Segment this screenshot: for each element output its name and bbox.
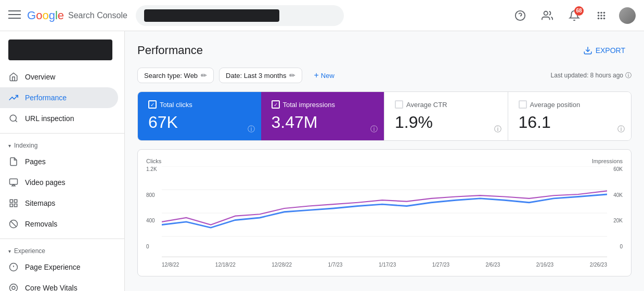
y-right-label-0: 60K — [613, 166, 623, 172]
sidebar-item-core-web-vitals[interactable]: Core Web Vitals — [0, 277, 118, 291]
x-label-8: 2/26/23 — [590, 262, 607, 268]
chart-labels-top: Clicks Impressions — [146, 158, 623, 164]
sidebar: Overview Performance URL inspection ▾ In… — [0, 31, 125, 291]
sidebar-item-overview[interactable]: Overview — [0, 67, 118, 87]
x-label-7: 2/16/23 — [536, 262, 553, 268]
svg-rect-21 — [15, 204, 17, 207]
svg-point-6 — [598, 11, 600, 14]
sidebar-section-indexing[interactable]: ▾ Indexing — [0, 138, 124, 151]
position-checkbox[interactable] — [519, 100, 527, 109]
export-button[interactable]: EXPORT — [577, 42, 632, 59]
sidebar-item-sitemaps[interactable]: Sitemaps — [0, 193, 118, 214]
x-label-5: 1/27/23 — [432, 262, 449, 268]
plus-icon: + — [314, 71, 318, 80]
y-left-label-1: 800 — [146, 192, 157, 198]
home-icon — [8, 72, 19, 82]
svg-rect-1 — [8, 14, 21, 15]
content-area: Performance EXPORT Search type: Web ✏ Da… — [125, 31, 644, 291]
svg-line-24 — [11, 221, 17, 227]
topbar: Google Search Console 68 — [0, 0, 644, 31]
search-input-value — [144, 9, 279, 22]
metric-label-clicks: Total clicks — [148, 100, 251, 109]
search-icon — [8, 113, 19, 124]
chart-x-labels: 12/8/22 12/18/22 12/28/22 1/7/23 1/17/23… — [146, 262, 623, 268]
svg-point-5 — [544, 11, 548, 15]
search-type-filter[interactable]: Search type: Web ✏ — [137, 68, 214, 83]
sidebar-item-url-inspection[interactable]: URL inspection — [0, 108, 118, 129]
sidebar-property[interactable] — [8, 39, 112, 60]
menu-icon[interactable] — [8, 8, 21, 22]
metric-card-average-position[interactable]: Average position 16.1 ⓘ — [508, 92, 632, 140]
date-filter[interactable]: Date: Last 3 months ✏ — [219, 68, 302, 83]
sidebar-item-video-pages[interactable]: Video pages — [0, 172, 118, 193]
chart-y-right: 60K 40K 20K 0 — [613, 166, 623, 249]
metric-label-impressions: Total impressions — [272, 100, 374, 109]
accounts-icon[interactable] — [538, 6, 557, 25]
notifications-badge: 68 — [574, 6, 584, 16]
svg-point-12 — [598, 17, 600, 19]
metric-label-position: Average position — [519, 100, 621, 109]
x-label-0: 12/8/22 — [162, 262, 179, 268]
svg-point-14 — [603, 17, 606, 19]
clicks-checkbox[interactable] — [148, 100, 157, 109]
main-layout: Overview Performance URL inspection ▾ In… — [0, 31, 644, 291]
page-title: Performance — [137, 44, 203, 57]
position-value: 16.1 — [519, 113, 621, 132]
last-updated: Last updated: 8 hours ago ⓘ — [551, 71, 632, 80]
trending-up-icon — [8, 92, 19, 103]
metric-cards: Total clicks 67K ⓘ Total impressions 3.4… — [137, 91, 632, 141]
y-right-label-1: 40K — [613, 192, 623, 198]
svg-point-15 — [10, 115, 16, 121]
metric-card-total-impressions[interactable]: Total impressions 3.47M ⓘ — [261, 92, 384, 140]
metric-card-total-clicks[interactable]: Total clicks 67K ⓘ — [138, 92, 261, 140]
sidebar-logo-area — [0, 35, 124, 67]
search-bar[interactable] — [136, 5, 344, 26]
apps-icon[interactable] — [592, 6, 611, 25]
avatar[interactable] — [619, 7, 636, 24]
impressions-value: 3.47M — [272, 113, 374, 132]
sidebar-section-experience[interactable]: ▾ Experience — [0, 243, 124, 257]
svg-point-13 — [600, 17, 602, 19]
svg-point-28 — [10, 284, 18, 292]
sidebar-item-pages[interactable]: Pages — [0, 151, 118, 172]
y-left-label-0: 1.2K — [146, 166, 157, 172]
help-icon[interactable] — [511, 6, 530, 25]
new-filter-button[interactable]: + New — [307, 68, 340, 83]
metric-label-ctr: Average CTR — [395, 100, 497, 109]
help-small-icon[interactable]: ⓘ — [625, 71, 632, 80]
chart-svg — [146, 166, 623, 260]
sidebar-item-performance[interactable]: Performance — [0, 87, 118, 108]
edit-icon-2: ✏ — [289, 71, 295, 80]
chart-right-axis-label: Impressions — [592, 158, 623, 164]
sidebar-item-page-experience[interactable]: Page Experience — [0, 257, 118, 277]
removals-icon — [8, 219, 19, 229]
page-experience-icon — [8, 262, 19, 272]
google-logo: Google Search Console — [27, 9, 127, 22]
svg-point-9 — [598, 15, 600, 17]
video-icon — [8, 177, 19, 188]
svg-point-7 — [600, 11, 602, 14]
notifications-icon[interactable]: 68 — [565, 6, 584, 25]
svg-rect-17 — [10, 179, 18, 184]
sidebar-item-removals[interactable]: Removals — [0, 214, 118, 234]
x-label-1: 12/18/22 — [215, 262, 236, 268]
clicks-help-icon[interactable]: ⓘ — [248, 125, 255, 134]
ctr-checkbox[interactable] — [395, 100, 403, 109]
content-header: Performance EXPORT — [137, 42, 632, 59]
svg-rect-0 — [8, 10, 21, 11]
y-right-label-2: 20K — [613, 218, 623, 223]
sidebar-divider-1 — [0, 133, 124, 134]
chart-left-axis-label: Clicks — [146, 158, 161, 164]
sitemaps-icon — [8, 198, 19, 208]
position-help-icon[interactable]: ⓘ — [617, 125, 625, 134]
y-left-label-2: 400 — [146, 218, 157, 223]
ctr-help-icon[interactable]: ⓘ — [494, 125, 501, 134]
clicks-value: 67K — [148, 113, 251, 132]
svg-rect-20 — [15, 200, 17, 202]
impressions-help-icon[interactable]: ⓘ — [370, 125, 378, 134]
impressions-checkbox[interactable] — [272, 100, 280, 109]
svg-point-11 — [603, 15, 606, 17]
metric-card-average-ctr[interactable]: Average CTR 1.9% ⓘ — [384, 92, 508, 140]
filter-bar: Search type: Web ✏ Date: Last 3 months ✏… — [137, 68, 632, 83]
chevron-down-icon: ▾ — [8, 143, 11, 149]
